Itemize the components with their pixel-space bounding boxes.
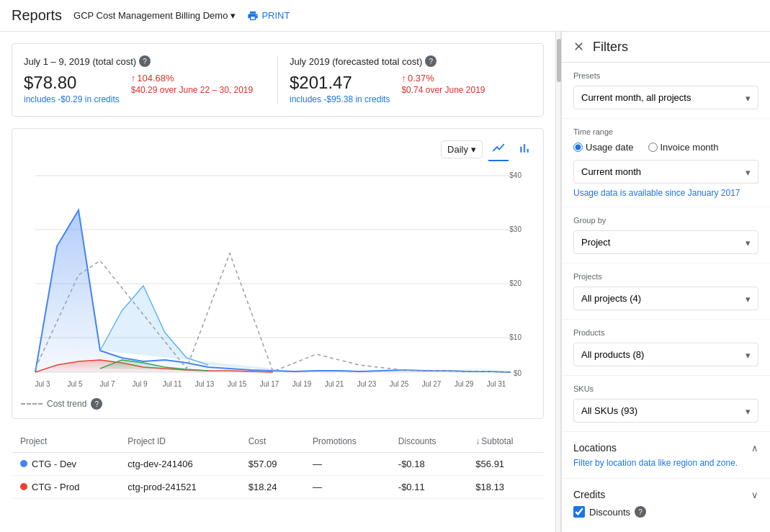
row2-id: ctg-prod-241521 [119,476,239,499]
print-icon [247,10,259,22]
project-selector[interactable]: GCP Cost Management Billing Demo ▾ [73,10,236,21]
time-range-section: Time range Usage date Invoice month Curr… [562,119,770,207]
presets-select-wrapper[interactable]: Current month, all projects [573,86,758,109]
locations-link[interactable]: Filter by location data like region and … [573,458,758,468]
projects-label: Projects [573,272,758,281]
svg-text:Jul 31: Jul 31 [487,380,506,388]
main-layout: July 1 – 9, 2019 (total cost) ? $78.80 i… [0,32,770,532]
arrow-up-icon-2: ↑ [401,73,406,84]
bar-chart-button[interactable] [514,138,534,161]
project-name: GCP Cost Management Billing Demo [73,10,228,21]
skus-select-wrapper[interactable]: All SKUs (93) [573,399,758,423]
locations-title: Locations [573,442,617,454]
group-by-select[interactable]: Project [574,231,758,253]
svg-text:Jul 29: Jul 29 [455,380,474,388]
row1-promotions: — [304,453,390,476]
svg-text:Jul 9: Jul 9 [132,380,148,388]
locations-header[interactable]: Locations ∧ [573,442,758,454]
row1-discounts: -$0.18 [390,453,467,476]
app-header: Reports GCP Cost Management Billing Demo… [0,0,770,32]
summary-cards: July 1 – 9, 2019 (total cost) ? $78.80 i… [12,43,544,117]
credits-section: Credits ∨ Discounts ? [562,479,770,528]
projects-select-wrapper[interactable]: All projects (4) [573,287,758,310]
svg-marker-11 [100,286,295,371]
skus-section: SKUs All SKUs (93) [562,376,770,432]
summary-amount-2: $201.47 includes -$95.38 in credits [290,73,390,104]
time-range-radio-group: Usage date Invoice month [573,142,758,153]
col-project: Project [12,430,119,453]
invoice-month-radio-label[interactable]: Invoice month [648,142,719,153]
products-select[interactable]: All products (8) [574,343,758,366]
summary-card-2-title: July 2019 (forecasted total cost) ? [290,55,532,67]
projects-section: Projects All projects (4) [562,263,770,320]
table-row: CTG - Prod ctg-prod-241521 $18.24 — -$0.… [12,476,544,499]
line-chart-button[interactable] [488,137,509,161]
row2-discounts: -$0.11 [390,476,467,499]
svg-text:Jul 27: Jul 27 [422,380,442,388]
filters-title: Filters [593,40,758,55]
svg-text:Jul 19: Jul 19 [292,380,312,388]
presets-select[interactable]: Current month, all projects [574,86,758,109]
chevron-down-icon: ▾ [230,10,236,21]
svg-text:$40: $40 [509,171,521,179]
summary-change-2: ↑ 0.37% $0.74 over June 2019 [401,73,485,95]
help-icon-2[interactable]: ? [425,55,437,67]
svg-text:Jul 15: Jul 15 [228,380,247,388]
help-icon-trend[interactable]: ? [91,398,102,410]
scrollbar[interactable] [555,32,561,532]
period-select[interactable]: Daily ▾ [441,140,483,158]
cost-trend-label: Cost trend [47,399,86,409]
current-month-select-wrapper[interactable]: Current month [573,160,758,184]
data-table: Project Project ID Cost Promotions Disco… [12,430,544,499]
row2-cost: $18.24 [240,476,304,499]
print-label: PRINT [261,10,290,21]
usage-date-radio-label[interactable]: Usage date [573,142,634,153]
svg-text:Jul 13: Jul 13 [195,380,215,388]
summary-row-1: $78.80 includes -$0.29 in credits ↑ 104.… [24,73,266,104]
row2-project: CTG - Prod [12,476,119,499]
row1-id: ctg-dev-241406 [119,453,239,476]
group-by-select-wrapper[interactable]: Project [573,230,758,254]
table-header-row: Project Project ID Cost Promotions Disco… [12,430,544,453]
svg-text:$30: $30 [509,225,521,233]
discounts-checkbox[interactable] [573,506,585,518]
chevron-down-icon-credits: ∨ [751,490,758,500]
left-content: July 1 – 9, 2019 (total cost) ? $78.80 i… [0,32,555,532]
summary-card-1-title: July 1 – 9, 2019 (total cost) ? [24,55,266,67]
summary-card-2: July 2019 (forecasted total cost) ? $201… [290,55,532,104]
projects-select[interactable]: All projects (4) [574,287,758,310]
current-month-select[interactable]: Current month [574,161,758,183]
presets-label: Presets [573,71,758,80]
presets-section: Presets Current month, all projects [562,63,770,119]
row1-subtotal: $56.91 [467,453,544,476]
close-filters-button[interactable]: ✕ [573,39,584,55]
arrow-up-icon-1: ↑ [131,73,136,84]
usage-date-label: Usage date [586,142,634,153]
chart-controls: Daily ▾ [21,137,534,161]
col-discounts: Discounts [390,430,467,453]
group-by-section: Group by Project [562,207,770,263]
col-cost: Cost [240,430,304,453]
chart-container: Daily ▾ $40 $30 $20 $10 $0 [12,128,544,419]
dot-red-2 [20,483,27,490]
skus-label: SKUs [573,384,758,393]
credits-header[interactable]: Credits ∨ [573,489,758,500]
col-promotions: Promotions [304,430,390,453]
scroll-thumb[interactable] [557,39,561,82]
print-button[interactable]: PRINT [247,10,290,22]
help-icon-1[interactable]: ? [139,55,151,67]
invoice-month-radio[interactable] [648,143,658,152]
products-select-wrapper[interactable]: All products (8) [573,343,758,366]
discounts-checkbox-label[interactable]: Discounts ? [573,506,758,518]
products-section: Products All products (8) [562,320,770,376]
usage-date-radio[interactable] [573,143,583,152]
chevron-up-icon-locations: ∧ [751,443,758,454]
skus-select[interactable]: All SKUs (93) [574,400,758,422]
products-label: Products [573,328,758,337]
data-table-container: Project Project ID Cost Promotions Disco… [12,430,544,499]
page-title: Reports [12,7,62,24]
usage-info-text: Usage data is available since January 20… [573,188,758,198]
svg-text:Jul 25: Jul 25 [390,380,409,388]
summary-change-1: ↑ 104.68% $40.29 over June 22 – 30, 2019 [131,73,253,95]
help-icon-discounts[interactable]: ? [635,506,646,518]
